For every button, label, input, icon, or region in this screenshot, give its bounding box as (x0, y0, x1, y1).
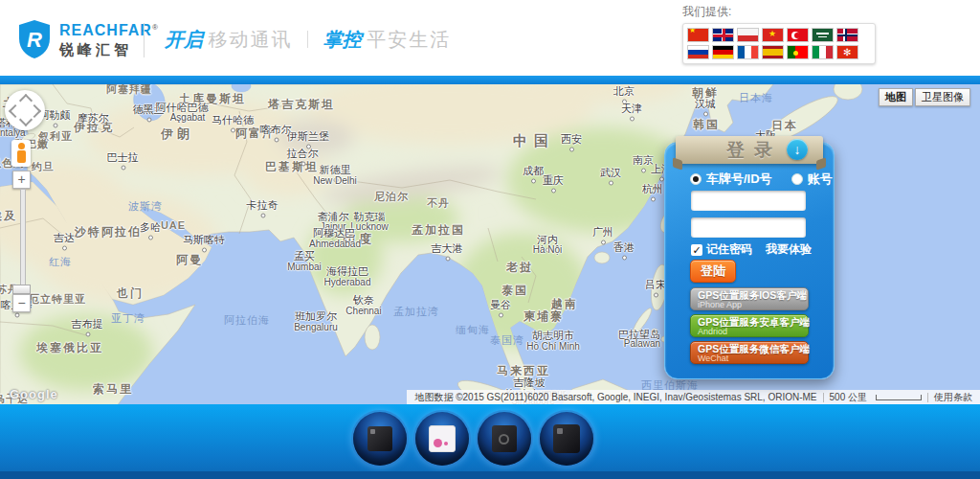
pan-left-icon[interactable] (9, 104, 22, 118)
portugal-flag[interactable] (787, 45, 809, 59)
remember-password-checkbox[interactable]: ✓ (691, 244, 702, 256)
map-label: 印度 (343, 231, 375, 248)
remember-password-label[interactable]: 记住密码 (706, 241, 752, 258)
plate-id-radio-label[interactable]: 车牌号/ID号 (706, 171, 772, 188)
map-label: 朝鲜 (692, 85, 719, 102)
reachfar-logo[interactable]: R REACHFAR® 锐峰汇智 (17, 19, 158, 59)
map-label: 约旦 (32, 160, 55, 174)
login-panel: 登录 ↓ 车牌号/ID号 账号 ✓ 记住密码 我要体验 登陆 GPS位置服务IO… (664, 136, 835, 379)
slogan-strong-1: 开启 (165, 29, 203, 50)
terms-of-use-link[interactable]: 使用条款 (934, 391, 972, 404)
map-label: 阿富汗 (235, 125, 276, 142)
map-label: 厄立特里亚 (29, 292, 86, 307)
norway-flag[interactable] (836, 28, 858, 42)
android-app-button[interactable]: GPS位置服务安卓客户端 Andriod (690, 314, 809, 337)
username-input[interactable] (691, 191, 806, 211)
map-label: 孟买 (294, 249, 315, 263)
account-radio-label[interactable]: 账号 (808, 171, 833, 188)
map-label: Ahmedabad (309, 239, 361, 249)
gps-tracker-product-4[interactable] (540, 412, 593, 466)
map-label: 伊斯兰堡 (287, 129, 329, 144)
china-flag[interactable] (687, 28, 709, 42)
trial-link[interactable]: 我要体验 (766, 241, 812, 258)
map-label: 吕宋 (645, 278, 666, 292)
pan-down-icon[interactable] (19, 113, 33, 126)
download-arrow-button[interactable]: ↓ (787, 139, 808, 160)
map-label: 也门 (117, 285, 144, 302)
shield-logo-icon: R (17, 19, 52, 59)
ios-app-button[interactable]: GPS位置服务IOS客户端 iPhone App (690, 287, 809, 310)
map-label: 亚丁湾 (111, 311, 145, 326)
map-label: Jaipur (320, 221, 345, 232)
plate-id-radio[interactable] (690, 173, 702, 185)
italy-flag[interactable] (812, 45, 834, 59)
account-radio[interactable] (791, 173, 803, 185)
gps-tracker-product-2[interactable] (415, 412, 469, 466)
login-submit-button[interactable]: 登陆 (690, 260, 736, 283)
map-label: Hồ Chí Minh (526, 341, 580, 352)
pan-up-icon[interactable] (19, 94, 33, 107)
map-zoom-control: + − (12, 171, 31, 312)
pegman-streetview-control[interactable] (11, 140, 31, 167)
map-label: 沙特阿拉伯 (75, 224, 142, 240)
map-label: 叙利亚 (38, 129, 73, 144)
footer-bar (0, 404, 980, 479)
france-flag[interactable] (737, 45, 759, 59)
slogan-text-2: 平安生活 (367, 29, 451, 50)
svg-text:R: R (27, 28, 42, 52)
map-label: Hyderabad (324, 277, 371, 287)
scale-bar (876, 395, 922, 400)
map-label: 日本海 (739, 91, 773, 105)
spain-flag[interactable] (762, 45, 784, 59)
map-label: Chennai (345, 306, 381, 316)
map-label: 杭州 (642, 182, 663, 196)
turkey-flag[interactable] (787, 28, 809, 42)
gps-tracker-product-1[interactable] (353, 412, 407, 466)
satellite-view-button[interactable]: 卫星图像 (915, 88, 970, 106)
zoom-slider-handle[interactable] (12, 285, 31, 294)
slogan-strong-2: 掌控 (323, 29, 362, 50)
gps-device-image (553, 424, 580, 453)
wechat-app-button[interactable]: GPS位置服务微信客户端 WeChat (690, 341, 809, 364)
germany-flag[interactable] (712, 45, 734, 59)
russia-flag[interactable] (687, 45, 709, 59)
map-label: 孟加拉国 (412, 222, 465, 239)
map-label: 成都 (523, 164, 544, 178)
zoom-slider-track[interactable] (20, 189, 26, 294)
map-label: 马斯喀特 (183, 233, 225, 247)
map-label: 香港 (613, 240, 635, 255)
saudi-arabia-flag[interactable] (812, 28, 834, 42)
map-label: 中国 (513, 132, 555, 150)
map-pan-control[interactable] (5, 90, 45, 130)
uk-flag[interactable] (712, 28, 734, 42)
map-label: 勒克瑙 (354, 210, 386, 224)
map-label: 汉城 (695, 97, 716, 111)
hong-kong-flag[interactable] (836, 45, 858, 59)
map-label: 喀布尔 (260, 123, 292, 137)
map-label: 钦奈 (353, 293, 374, 308)
gps-tracker-product-3[interactable] (478, 412, 531, 466)
map-label: Bengaluru (294, 322, 338, 332)
map-label: 巴基斯坦 (265, 159, 319, 175)
pan-right-icon[interactable] (28, 104, 41, 118)
password-input[interactable] (691, 217, 806, 238)
map-label: 塔吉克斯坦 (268, 97, 335, 113)
map-label: 马什哈德 (212, 113, 254, 127)
map-label: 阿什哈巴德 (156, 101, 209, 115)
scale-label: 500 公里 (830, 391, 867, 404)
slogan-divider (307, 31, 308, 48)
map-view-button[interactable]: 地图 (879, 88, 913, 106)
map-label: 胡志明市 (532, 329, 574, 343)
poland-flag[interactable] (737, 28, 759, 42)
map-label: 埃塞俄比亚 (36, 340, 103, 356)
map-label: 索马里 (93, 381, 133, 398)
map-label: 德黑兰 (133, 103, 165, 117)
map-label: 阿曼 (176, 252, 203, 268)
registered-mark: ® (152, 22, 158, 31)
login-ribbon: 登录 ↓ (676, 136, 823, 164)
zoom-out-button[interactable]: − (12, 294, 31, 312)
vietnam-flag[interactable] (762, 28, 784, 42)
map-label: 孟加拉湾 (393, 305, 439, 319)
zoom-in-button[interactable]: + (12, 171, 31, 189)
map-label: 阿塞拜疆 (106, 84, 152, 97)
